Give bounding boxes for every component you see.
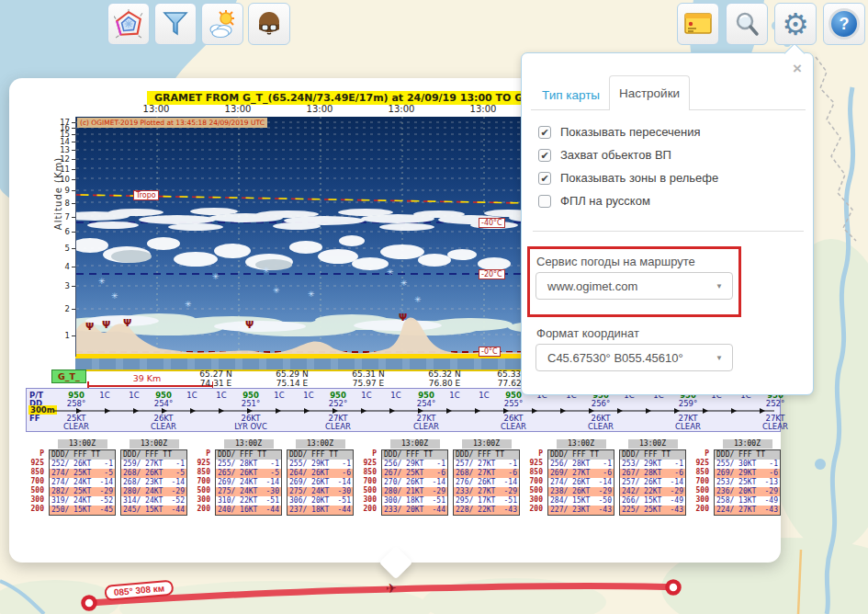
wind-table: 13:00ZDDD/ FFF TT255/ 29KT-1264/ 26KT-62… bbox=[287, 439, 354, 516]
ogimet-copyright: (c) OGIMET-2019 Plotted at 13:45:18 24/0… bbox=[77, 118, 267, 128]
temp-value: -14 bbox=[338, 478, 351, 487]
pressure-column: P925850700500300200 bbox=[358, 439, 377, 514]
checkbox-checked[interactable]: ✔ bbox=[538, 172, 551, 185]
band-sky-condition: LYR OVC bbox=[234, 422, 267, 431]
pressure-column: P925850700500300200 bbox=[524, 439, 543, 514]
altitude-tick-label: 9 bbox=[50, 186, 70, 195]
wind-table: 13:00ZDDD/ FFF TT257/ 27KT-1268/ 27KT-62… bbox=[453, 439, 520, 516]
table-row: 267/ 25KT-6 bbox=[382, 469, 447, 478]
waypoint-coordinate: 65.29 N75.14 E bbox=[276, 370, 308, 388]
band-sky-condition: CLEAR bbox=[675, 422, 701, 431]
altitude-tick-label: 11 bbox=[50, 165, 70, 174]
table-column-header: DDD/ FFF TT bbox=[382, 450, 447, 460]
legend-button[interactable] bbox=[677, 3, 719, 45]
help-button[interactable]: ? bbox=[823, 3, 865, 45]
coord-format-select[interactable]: C45.67530° B055.45610° ▼ bbox=[535, 344, 733, 371]
table-row: 245/ 15KT-44 bbox=[121, 506, 186, 515]
pressure-header: P bbox=[192, 449, 210, 459]
wind-value: 275/ 24KT bbox=[289, 487, 329, 496]
temp-value: -6 bbox=[342, 469, 351, 478]
svg-text:✳: ✳ bbox=[263, 266, 270, 275]
checkbox-row: ✔Показывать зоны в рельефе bbox=[538, 171, 718, 185]
band-wind-direction: 256° bbox=[592, 399, 610, 408]
wind-value: 227/ 23KT bbox=[550, 506, 590, 515]
pressure-level: 700 bbox=[691, 477, 709, 486]
table-row: 237/ 18KT-44 bbox=[287, 506, 353, 515]
help-icon: ? bbox=[829, 8, 860, 40]
temp-value: -1 bbox=[270, 460, 279, 469]
band-wind-direction: 254° bbox=[154, 399, 173, 408]
tab-settings[interactable]: Настройки bbox=[609, 75, 690, 110]
band-temp-value: 1C bbox=[303, 391, 313, 400]
table-column-header: DDD/ FFF TT bbox=[287, 450, 353, 460]
pressure-level: 300 bbox=[192, 495, 210, 505]
wind-table: 13:00ZDDD/ FFF TT256/ 28KT-1269/ 27KT-62… bbox=[547, 439, 614, 516]
wind-value: 274/ 24KT bbox=[51, 478, 91, 487]
table-time-header: 13:00Z bbox=[628, 439, 678, 449]
temp-value: -1 bbox=[508, 460, 517, 469]
table-row: 300/ 18KT-51 bbox=[382, 496, 447, 506]
wind-value: 237/ 18KT bbox=[289, 506, 329, 515]
table-row: 256/ 29KT-1 bbox=[382, 460, 447, 469]
table-row: 255/ 30KT-1 bbox=[715, 460, 780, 469]
pressure-level: 500 bbox=[192, 486, 210, 495]
route-line[interactable] bbox=[89, 586, 673, 603]
weather-button[interactable] bbox=[201, 3, 243, 45]
checkbox-checked[interactable]: ✔ bbox=[538, 149, 551, 162]
legend-panel-icon bbox=[684, 12, 712, 36]
search-button[interactable] bbox=[726, 3, 768, 45]
checkbox-checked[interactable]: ✔ bbox=[538, 126, 551, 139]
table-time-header: 13:00Z bbox=[557, 439, 606, 449]
search-icon bbox=[733, 10, 761, 38]
wind-value: 284/ 15KT bbox=[550, 496, 590, 506]
svg-text:✳: ✳ bbox=[273, 286, 280, 295]
band-sky-condition: CLEAR bbox=[63, 422, 89, 431]
wind-table: 13:00ZDDD/ FFF TT259/ 27KT-1268/ 26KT-52… bbox=[120, 439, 187, 516]
table-row: 255/ 29KT-1 bbox=[287, 460, 353, 469]
checkbox-unchecked[interactable] bbox=[538, 195, 551, 208]
wind-table: 13:00ZDDD/ FFF TT253/ 29KT-1267/ 28KT-62… bbox=[619, 439, 686, 516]
temp-value: -52 bbox=[172, 496, 185, 506]
tab-map-type[interactable]: Тип карты bbox=[542, 88, 600, 102]
airplane-marker[interactable]: ✈ bbox=[386, 581, 398, 597]
route-endpoint-start[interactable] bbox=[84, 597, 96, 609]
wind-value: 238/ 26KT bbox=[550, 487, 590, 496]
pressure-level: 300 bbox=[358, 495, 377, 505]
band-temp-value: 1C bbox=[449, 391, 459, 400]
band-temp-value: 1C bbox=[99, 391, 109, 400]
app-canvas: 085° 308 км ✈ GRAMET FROM G_T_(65.24N/73… bbox=[0, 0, 868, 614]
weather-service-select[interactable]: www.ogimet.com ▼ bbox=[535, 272, 733, 300]
pressure-level: 200 bbox=[691, 505, 709, 514]
wind-table: 13:00ZDDD/ FFF TT255/ 30KT-1269/ 29KT-62… bbox=[714, 439, 781, 516]
pilot-briefing-button[interactable] bbox=[248, 3, 290, 45]
pressure-header: P bbox=[524, 449, 543, 459]
coord-format-label: Формат координат bbox=[536, 326, 639, 340]
table-column-header: DDD/ FFF TT bbox=[216, 450, 281, 460]
table-time-header: 13:00Z bbox=[296, 439, 345, 449]
altitude-tick-label: 2 bbox=[50, 304, 70, 313]
altitude-tick-label: 7 bbox=[50, 212, 70, 222]
wind-value: 269/ 27KT bbox=[550, 469, 590, 478]
temp-value: -45 bbox=[100, 506, 113, 515]
airspace-zones-button[interactable] bbox=[107, 3, 150, 45]
wind-value: 300/ 18KT bbox=[384, 496, 423, 506]
settings-button[interactable]: ⚙ bbox=[774, 3, 817, 45]
waypoint-lon: 76.80 E bbox=[428, 379, 460, 388]
altitude-tick-label: 6 bbox=[50, 227, 70, 236]
table-row: 242/ 22KT-29 bbox=[620, 487, 685, 496]
pressure-level: 925 bbox=[26, 459, 44, 468]
pressure-column: P925850700500300200 bbox=[691, 439, 709, 514]
route-endpoint-end[interactable] bbox=[668, 582, 680, 594]
pressure-column: P925850700500300200 bbox=[26, 439, 44, 514]
pressure-level: 500 bbox=[524, 486, 543, 495]
filter-button[interactable] bbox=[154, 3, 197, 45]
scale-distance-label: 39 Km bbox=[133, 373, 162, 383]
temp-value: -14 bbox=[266, 478, 279, 487]
wind-value: 264/ 26KT bbox=[289, 469, 329, 478]
table-row: 295/ 17KT-51 bbox=[454, 496, 519, 506]
wind-value: 255/ 30KT bbox=[716, 460, 756, 469]
table-row: 266/ 15KT-49 bbox=[620, 496, 685, 506]
wind-value: 250/ 15KT bbox=[51, 506, 91, 515]
table-row: 227/ 23KT-43 bbox=[548, 506, 614, 515]
table-row: 275/ 24KT-30 bbox=[287, 487, 353, 496]
